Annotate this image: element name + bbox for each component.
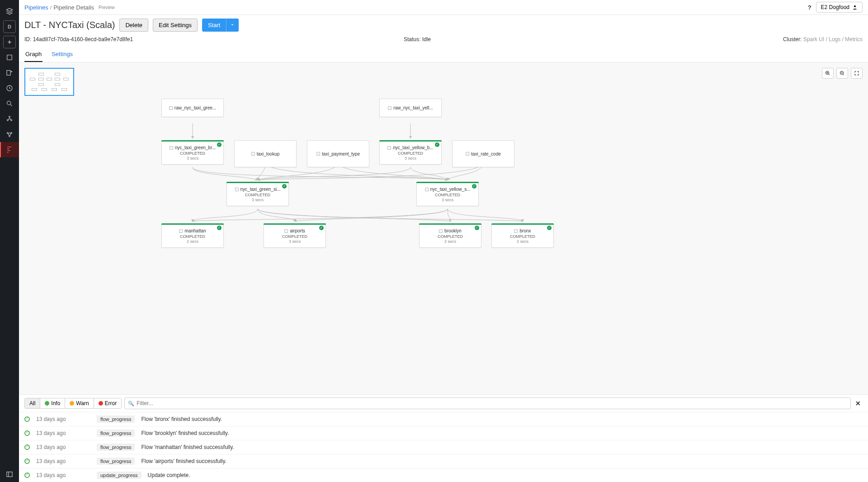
table-icon (251, 152, 255, 156)
log-time: 13 days ago (36, 444, 90, 450)
delete-button[interactable]: Delete (119, 19, 148, 32)
status-value: Idle (422, 36, 431, 43)
svg-point-11 (854, 5, 856, 7)
cluster-links[interactable]: Spark UI / Logs / Metrics (803, 36, 863, 43)
user-menu-button[interactable]: E2 Dogfood (816, 2, 863, 13)
zoom-fit-button[interactable] (851, 68, 863, 79)
node-green-silver[interactable]: ✓nyc_taxi_green_si...COMPLETED3 secs (226, 182, 289, 206)
check-icon: ✓ (435, 142, 439, 147)
table-icon (466, 152, 469, 156)
node-manhattan[interactable]: ✓manhattanCOMPLETED2 secs (161, 223, 224, 248)
table-icon (316, 152, 320, 156)
tab-graph[interactable]: Graph (24, 47, 42, 62)
node-bronx[interactable]: ✓bronxCOMPLETED2 secs (491, 223, 554, 248)
check-icon: ✓ (282, 184, 287, 189)
log-row[interactable]: 13 days ago update_progress Update compl… (19, 468, 868, 482)
tabs: Graph Settings (19, 47, 868, 62)
sidebar-item-data[interactable]: D (3, 20, 16, 33)
log-type-badge: flow_progress (97, 458, 135, 465)
table-icon (284, 229, 288, 233)
node-yellow-bronze[interactable]: ✓nyc_taxi_yellow_b...COMPLETED3 secs (379, 140, 442, 165)
node-green-bronze[interactable]: ✓nyc_taxi_green_br...COMPLETED3 secs (161, 140, 224, 165)
preview-badge: Preview (99, 5, 115, 10)
success-icon (24, 458, 30, 464)
node-raw-green[interactable]: raw_nyc_taxi_gree... (161, 99, 224, 117)
warn-icon (70, 401, 74, 406)
sidebar-item-jobs[interactable] (0, 111, 19, 127)
table-icon (235, 188, 239, 191)
filter-warn-button[interactable]: Warn (65, 398, 94, 408)
tab-settings[interactable]: Settings (51, 47, 74, 62)
zoom-out-icon (840, 71, 845, 76)
table-icon (170, 146, 173, 150)
log-message: Flow 'airports' finished successfully. (141, 458, 226, 464)
log-filter-group: All Info Warn Error (24, 398, 122, 409)
svg-rect-1 (7, 71, 10, 76)
log-type-badge: flow_progress (97, 430, 135, 437)
check-icon: ✓ (547, 226, 552, 230)
breadcrumb-root[interactable]: Pipelines (24, 4, 48, 11)
table-icon (425, 188, 429, 191)
sidebar: D + (0, 0, 19, 482)
sidebar-logo[interactable] (0, 4, 19, 19)
filter-all-button[interactable]: All (25, 398, 40, 408)
node-taxi-payment[interactable]: taxi_payment_type (307, 140, 369, 167)
topbar: Pipelines / Pipeline Details Preview ? E… (19, 0, 868, 15)
log-time: 13 days ago (36, 458, 90, 464)
log-row[interactable]: 13 days ago flow_progress Flow 'airports… (19, 454, 868, 468)
error-icon (99, 401, 103, 406)
success-icon (24, 416, 30, 422)
table-icon (439, 229, 443, 233)
start-dropdown-button[interactable] (226, 19, 239, 32)
log-row[interactable]: 13 days ago flow_progress Flow 'bronx' f… (19, 412, 868, 426)
log-row[interactable]: 13 days ago flow_progress Flow 'manhatta… (19, 440, 868, 454)
log-message: Flow 'brooklyn' finished successfully. (141, 430, 229, 436)
check-icon: ✓ (319, 226, 324, 230)
zoom-out-button[interactable] (836, 68, 848, 79)
zoom-in-button[interactable] (822, 68, 834, 79)
search-icon: 🔍 (128, 401, 134, 406)
svg-point-8 (11, 132, 12, 134)
check-icon: ✓ (217, 226, 222, 230)
graph-area[interactable]: raw_nyc_taxi_gree... raw_nyc_taxi_yell..… (19, 62, 868, 394)
success-icon (24, 430, 30, 436)
zoom-in-icon (825, 71, 830, 76)
info-icon (45, 401, 49, 406)
close-log-panel-button[interactable]: ✕ (854, 400, 863, 407)
log-type-badge: flow_progress (97, 416, 135, 423)
node-rate-code[interactable]: taxi_rate_code (452, 140, 514, 167)
sidebar-item-search[interactable] (0, 96, 19, 111)
node-airports[interactable]: ✓airportsCOMPLETED3 secs (264, 223, 326, 248)
chevron-down-icon (230, 23, 235, 27)
start-button[interactable]: Start (202, 19, 226, 32)
help-icon[interactable]: ? (808, 4, 811, 11)
minimap[interactable] (24, 68, 74, 96)
table-icon (514, 229, 518, 233)
node-raw-yellow[interactable]: raw_nyc_taxi_yell... (379, 99, 442, 117)
node-taxi-lookup[interactable]: taxi_lookup (234, 140, 297, 167)
sidebar-item-panel[interactable] (0, 467, 19, 482)
log-message: Flow 'bronx' finished successfully. (141, 416, 222, 422)
filter-info-button[interactable]: Info (40, 398, 65, 408)
sidebar-item-workspace[interactable] (0, 50, 19, 65)
node-brooklyn[interactable]: ✓brooklynCOMPLETED2 secs (419, 223, 481, 248)
filter-error-button[interactable]: Error (94, 398, 122, 408)
user-icon (852, 5, 858, 10)
sidebar-item-pipelines[interactable] (0, 142, 19, 157)
sidebar-item-compute[interactable] (0, 127, 19, 142)
page-title: DLT - NYCTaxi (Scala) (24, 20, 115, 30)
log-row[interactable]: 13 days ago flow_progress Flow 'brooklyn… (19, 426, 868, 440)
meta-row: ID: 14ad87cf-70da-4160-8ecd-ba9e7e7d8fe1… (19, 33, 868, 47)
node-yellow-silver[interactable]: ✓nyc_taxi_yellow_s...COMPLETED3 secs (416, 182, 479, 206)
breadcrumb-sep: / (50, 4, 52, 11)
sidebar-item-repos[interactable] (0, 65, 19, 80)
svg-rect-0 (7, 55, 12, 60)
user-label: E2 Dogfood (821, 4, 849, 10)
check-icon: ✓ (217, 142, 222, 147)
sidebar-item-recents[interactable] (0, 80, 19, 96)
log-message: Flow 'manhattan' finished successfully. (141, 444, 234, 450)
sidebar-item-create[interactable]: + (3, 36, 16, 48)
edit-settings-button[interactable]: Edit Settings (153, 19, 198, 32)
table-icon (387, 146, 391, 150)
log-filter-input[interactable] (124, 397, 851, 409)
